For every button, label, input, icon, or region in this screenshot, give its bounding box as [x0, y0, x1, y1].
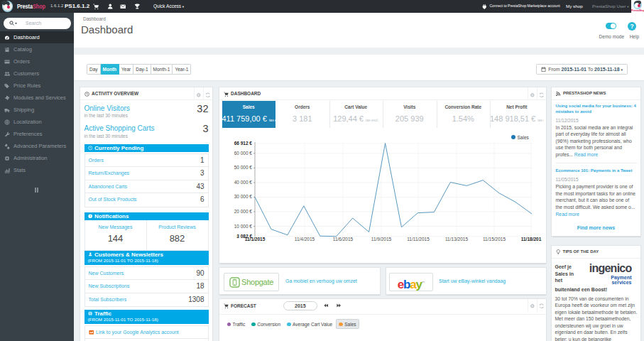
svg-text:11/11/2015: 11/11/2015 [407, 237, 430, 242]
svg-text:11/9/2015: 11/9/2015 [371, 237, 392, 242]
svg-text:11/13/2015: 11/13/2015 [445, 237, 468, 242]
svg-text:11/4/2015: 11/4/2015 [295, 237, 315, 242]
svg-text:11/18/201: 11/18/201 [521, 237, 542, 242]
svg-text:50 000 €: 50 000 € [234, 165, 253, 170]
svg-text:30 000 €: 30 000 € [234, 194, 253, 199]
svg-text:11/1/2015: 11/1/2015 [245, 237, 266, 242]
svg-text:11/15/2015: 11/15/2015 [483, 237, 506, 242]
svg-text:Sales: Sales [518, 135, 530, 140]
svg-text:40 000 €: 40 000 € [234, 180, 253, 185]
svg-text:11/6/2015: 11/6/2015 [333, 237, 354, 242]
svg-text:66 912 €: 66 912 € [234, 141, 253, 146]
svg-text:60 000 €: 60 000 € [234, 151, 253, 156]
svg-text:20 000 €: 20 000 € [234, 209, 253, 214]
svg-text:10 000 €: 10 000 € [234, 224, 253, 229]
